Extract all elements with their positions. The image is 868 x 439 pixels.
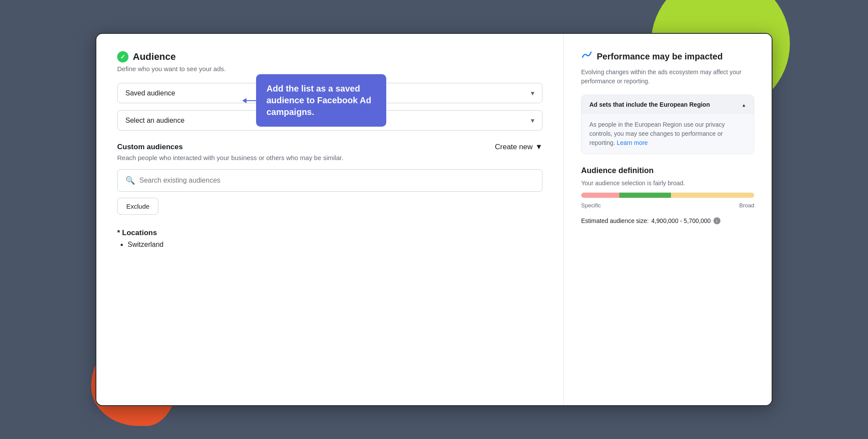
- custom-audiences-desc: Reach people who interacted with your bu…: [117, 154, 542, 161]
- locations-title: * Locations: [117, 229, 542, 237]
- tooltip-arrow: [242, 98, 259, 103]
- tooltip-text: Add the list as a saved audience to Face…: [266, 84, 372, 117]
- audience-title: Audience: [133, 51, 176, 62]
- eu-learn-more-link[interactable]: Learn more: [617, 139, 648, 146]
- locations-section: * Locations Switzerland: [117, 229, 542, 249]
- create-new-label: Create new: [495, 143, 533, 151]
- tooltip-line: [246, 100, 259, 101]
- tooltip-container: Add the list as a saved audience to Face…: [256, 74, 386, 127]
- broad-label: Broad: [739, 202, 754, 209]
- custom-audiences-header: Custom audiences Create new ▼: [117, 143, 542, 151]
- performance-icon: [581, 49, 592, 63]
- main-container: Audience Define who you want to see your…: [95, 33, 773, 406]
- info-icon[interactable]: i: [713, 217, 720, 224]
- eu-region-chevron-icon: [742, 101, 746, 108]
- create-new-chevron-icon: ▼: [535, 143, 542, 151]
- eu-region-content: As people in the European Region use our…: [582, 114, 754, 154]
- create-new-button[interactable]: Create new ▼: [495, 143, 542, 151]
- audience-definition: Audience definition Your audience select…: [581, 166, 754, 224]
- audience-header: Audience: [117, 51, 542, 62]
- audience-size: Estimated audience size: 4,900,000 - 5,7…: [581, 217, 754, 224]
- specific-label: Specific: [581, 202, 601, 209]
- custom-audiences-title: Custom audiences: [117, 143, 183, 151]
- eu-region-text: As people in the European Region use our…: [589, 121, 725, 146]
- eu-region-header[interactable]: Ad sets that include the European Region: [582, 95, 754, 114]
- right-panel: Performance may be impacted Evolving cha…: [563, 34, 772, 405]
- progress-labels: Specific Broad: [581, 202, 754, 209]
- saved-audience-wrapper: Add the list as a saved audience to Face…: [117, 83, 542, 103]
- audience-subtitle: Define who you want to see your ads.: [117, 65, 542, 72]
- left-panel: Audience Define who you want to see your…: [96, 34, 563, 405]
- audience-def-title: Audience definition: [581, 166, 754, 175]
- exclude-button[interactable]: Exclude: [117, 198, 158, 215]
- progress-broad-segment: [671, 193, 754, 198]
- tooltip-box: Add the list as a saved audience to Face…: [256, 74, 386, 127]
- progress-specific-segment: [581, 193, 619, 198]
- eu-region-header-label: Ad sets that include the European Region: [589, 101, 710, 108]
- eu-region-box: Ad sets that include the European Region…: [581, 95, 754, 154]
- search-box: 🔍: [117, 169, 542, 192]
- list-item: Switzerland: [128, 241, 542, 249]
- performance-desc: Evolving changes within the ads ecosyste…: [581, 68, 754, 86]
- performance-title: Performance may be impacted: [597, 52, 723, 62]
- check-icon: [117, 51, 128, 62]
- search-icon: 🔍: [125, 176, 135, 185]
- audience-def-desc: Your audience selection is fairly broad.: [581, 180, 754, 187]
- performance-header: Performance may be impacted: [581, 49, 754, 63]
- locations-list: Switzerland: [117, 241, 542, 249]
- audience-breadth-bar: [581, 193, 754, 198]
- estimated-size-value: 4,900,000 - 5,700,000: [651, 217, 711, 224]
- progress-mid-segment: [619, 193, 671, 198]
- estimated-size-label: Estimated audience size:: [581, 217, 649, 224]
- search-existing-audiences-input[interactable]: [139, 177, 534, 184]
